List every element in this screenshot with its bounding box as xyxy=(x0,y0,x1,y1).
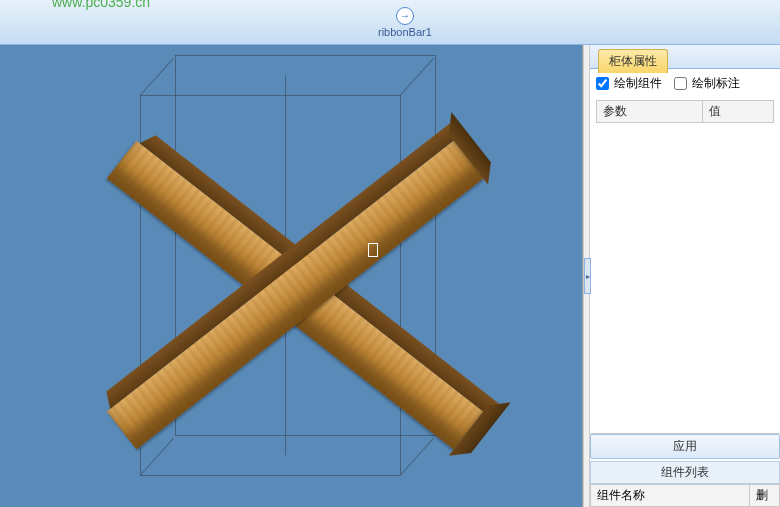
watermark: 河东软件园 www.pc0359.cn xyxy=(4,0,183,10)
ribbon-nav-button[interactable]: → ribbonBar1 xyxy=(370,5,440,40)
checkbox-draw-component-input[interactable] xyxy=(596,77,609,90)
param-header-value[interactable]: 值 xyxy=(702,101,773,123)
cursor-indicator xyxy=(368,243,378,257)
splitter-vertical[interactable]: ▸ xyxy=(583,45,590,507)
ribbon-bar: 河东软件园 www.pc0359.cn → ribbonBar1 xyxy=(0,0,780,45)
viewport-3d[interactable] xyxy=(0,45,583,507)
arrow-right-icon: → xyxy=(396,7,414,25)
comp-header-name[interactable]: 组件名称 xyxy=(591,485,750,507)
x-cross-beams xyxy=(95,115,495,475)
splitter-handle-icon[interactable]: ▸ xyxy=(584,258,591,294)
checkbox-draw-component[interactable]: 绘制组件 xyxy=(596,76,666,90)
param-table: 参数 值 xyxy=(596,100,774,123)
apply-button[interactable]: 应用 xyxy=(590,434,780,459)
tab-bar: 柜体属性 xyxy=(590,45,780,69)
param-header-name[interactable]: 参数 xyxy=(597,101,703,123)
component-list-header: 组件列表 xyxy=(590,461,780,484)
ribbon-bar-label: ribbonBar1 xyxy=(378,26,432,38)
component-table: 组件名称 删 xyxy=(590,484,780,507)
comp-header-delete[interactable]: 删 xyxy=(750,485,780,507)
watermark-url: www.pc0359.cn xyxy=(52,0,183,10)
properties-panel: 柜体属性 绘制组件 绘制标注 参数 值 xyxy=(590,45,780,507)
checkbox-draw-annotation-input[interactable] xyxy=(674,77,687,90)
checkbox-draw-annotation[interactable]: 绘制标注 xyxy=(674,76,740,90)
